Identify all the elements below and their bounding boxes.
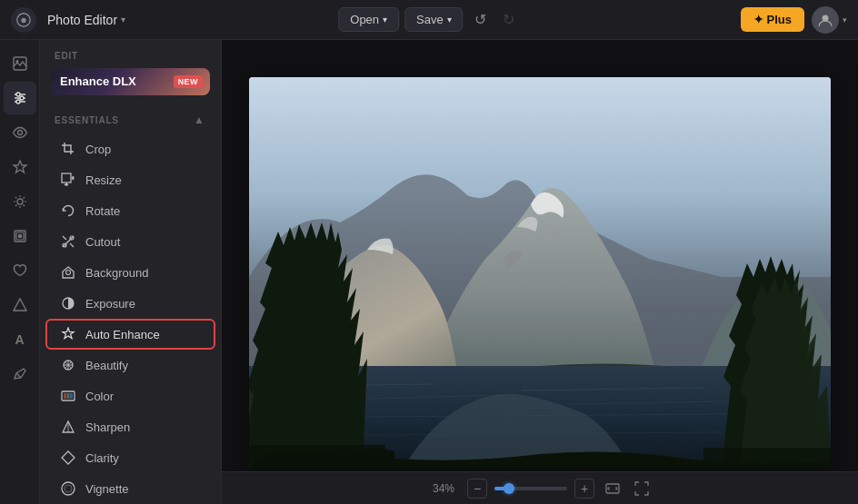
svg-rect-14 — [18, 234, 22, 238]
sidebar-item-view[interactable] — [4, 116, 36, 149]
tool-item-background[interactable]: Background — [45, 257, 215, 288]
tools-panel: EDIT Enhance DLX NEW ESSENTIALS ▲ Crop — [40, 40, 222, 504]
svg-rect-29 — [67, 393, 70, 399]
open-button[interactable]: Open ▾ — [338, 7, 399, 32]
sidebar-item-text[interactable]: A — [4, 323, 36, 356]
plus-button[interactable]: ✦ Plus — [741, 7, 804, 32]
vignette-icon — [60, 480, 76, 497]
tool-item-auto-enhance[interactable]: Auto Enhance — [45, 319, 215, 350]
svg-point-34 — [62, 482, 75, 495]
color-label: Color — [85, 390, 114, 403]
app-title[interactable]: Photo Editor ▾ — [47, 13, 125, 27]
avatar-chevron: ▾ — [843, 15, 847, 25]
sidebar-item-image[interactable] — [4, 47, 36, 80]
app-logo — [11, 7, 36, 33]
zoom-in-button[interactable]: + — [574, 479, 594, 499]
cutout-label: Cutout — [85, 235, 120, 249]
zoom-percent: 34% — [427, 482, 460, 495]
avatar-button[interactable] — [812, 6, 839, 34]
enhance-card-title: Enhance DLX — [60, 74, 136, 88]
auto-enhance-label: Auto Enhance — [85, 328, 160, 341]
undo-button[interactable]: ↺ — [469, 7, 492, 32]
svg-marker-15 — [14, 299, 26, 311]
svg-point-9 — [16, 100, 20, 104]
auto-enhance-icon — [60, 326, 76, 342]
enhance-dlx-card[interactable]: Enhance DLX NEW — [51, 68, 210, 95]
tool-item-color[interactable]: Color — [45, 380, 215, 411]
beautify-icon — [60, 357, 76, 373]
sharpen-icon — [60, 419, 76, 435]
tool-item-cutout[interactable]: Cutout — [45, 226, 215, 257]
sidebar-item-layers[interactable] — [4, 220, 36, 252]
svg-point-20 — [66, 271, 71, 275]
svg-point-7 — [16, 93, 20, 96]
clarity-label: Clarity — [85, 451, 119, 465]
svg-point-8 — [20, 96, 24, 100]
collapse-essentials-button[interactable]: ▲ — [192, 112, 206, 128]
cutout-icon — [60, 233, 76, 250]
tool-item-beautify[interactable]: Beautify — [45, 350, 215, 380]
sidebar-item-shapes[interactable] — [4, 289, 36, 321]
tool-item-sharpen[interactable]: Sharpen — [45, 411, 215, 442]
fullscreen-button[interactable] — [631, 478, 653, 499]
crop-label: Crop — [85, 143, 111, 156]
bottom-bar: 34% − + — [222, 471, 858, 504]
edit-section-label: EDIT — [40, 40, 221, 68]
svg-marker-19 — [63, 267, 74, 278]
svg-rect-45 — [703, 448, 831, 468]
sidebar-item-draw[interactable] — [4, 358, 36, 390]
svg-rect-28 — [64, 393, 66, 399]
tool-item-crop[interactable]: Crop — [45, 133, 215, 164]
svg-point-35 — [65, 485, 72, 492]
essentials-label: ESSENTIALS — [55, 115, 119, 125]
sharpen-label: Sharpen — [85, 420, 130, 434]
zoom-slider-thumb — [504, 483, 514, 494]
tool-item-resize[interactable]: Resize — [45, 164, 215, 195]
tool-item-vignette[interactable]: Vignette — [45, 473, 215, 504]
exposure-icon — [60, 295, 76, 311]
background-icon — [60, 264, 76, 281]
beautify-label: Beautify — [85, 359, 128, 372]
save-button[interactable]: Save ▾ — [404, 7, 464, 32]
icon-sidebar: A — [0, 40, 40, 504]
tool-item-exposure[interactable]: Exposure — [45, 288, 215, 319]
svg-point-11 — [17, 199, 23, 204]
color-icon — [60, 388, 76, 404]
sidebar-item-adjustments[interactable] — [4, 82, 36, 114]
main-area: A EDIT Enhance DLX NEW ESSENTIALS ▲ — [0, 40, 858, 504]
zoom-slider[interactable] — [494, 487, 567, 490]
topbar: Photo Editor ▾ Open ▾ Save ▾ ↺ ↻ ✦ Plus … — [0, 0, 858, 40]
essentials-header: ESSENTIALS ▲ — [40, 106, 221, 133]
sidebar-item-presets[interactable] — [4, 151, 36, 183]
clarity-icon — [60, 450, 76, 466]
sidebar-item-effects[interactable] — [4, 185, 36, 218]
sidebar-item-favorites[interactable] — [4, 254, 36, 287]
svg-marker-33 — [62, 451, 75, 464]
tool-item-clarity[interactable]: Clarity — [45, 442, 215, 473]
svg-point-10 — [17, 131, 22, 135]
svg-rect-16 — [62, 173, 71, 183]
canvas-image — [249, 77, 831, 468]
new-badge: NEW — [174, 75, 203, 88]
vignette-label: Vignette — [85, 482, 128, 496]
zoom-out-button[interactable]: − — [467, 479, 487, 499]
canvas-area: 34% − + — [222, 40, 858, 504]
background-label: Background — [85, 266, 148, 280]
crop-icon — [60, 141, 76, 157]
app-menu-chevron: ▾ — [121, 15, 125, 25]
redo-button[interactable]: ↻ — [497, 7, 520, 32]
rotate-label: Rotate — [85, 204, 120, 218]
resize-label: Resize — [85, 173, 122, 187]
exposure-label: Exposure — [85, 297, 135, 311]
rotate-icon — [60, 203, 76, 219]
svg-rect-30 — [70, 393, 73, 399]
tool-item-rotate[interactable]: Rotate — [45, 195, 215, 226]
resize-icon — [60, 172, 76, 188]
svg-point-3 — [15, 60, 18, 63]
canvas-image-container[interactable] — [249, 77, 831, 468]
fit-to-screen-button[interactable] — [602, 478, 624, 499]
